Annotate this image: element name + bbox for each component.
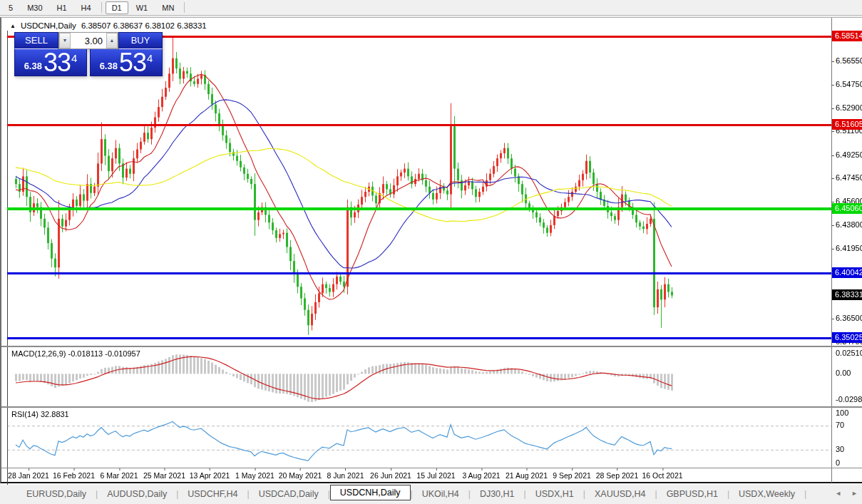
tab-usdcnh-daily[interactable]: USDCNH,Daily (330, 485, 411, 500)
date-axis-label: 28 Sep 2021 (596, 471, 639, 480)
date-axis-label: 28 Jan 2021 (8, 471, 49, 480)
tab-usdchf-h4[interactable]: USDCHF,H4 (178, 486, 247, 502)
tab-separator: | (804, 489, 806, 499)
tabs-scroll-right-icon[interactable]: ► (851, 490, 858, 497)
rsi-axis-100: 100 (836, 408, 848, 417)
panel-splitter[interactable] (1, 346, 862, 347)
date-tick (74, 468, 75, 470)
price-axis-tick: 6.41950 (836, 244, 862, 252)
date-axis-label: 16 Oct 2021 (642, 471, 682, 480)
tab-gbpusd-h1[interactable]: GBPUSD,H1 (657, 486, 727, 502)
tab-eurusd-daily[interactable]: EURUSD,Daily (17, 486, 96, 502)
tab-ukoil-h4[interactable]: UKOil,H4 (413, 486, 468, 502)
timeframe-button-d1[interactable]: D1 (106, 1, 128, 14)
axis-separator (831, 18, 832, 483)
toolbar-divider (184, 2, 185, 13)
macd-indicator-label: MACD(12,26,9) -0.018113 -0.010957 (11, 349, 140, 358)
sell-price-prefix: 6.38 (24, 61, 42, 71)
timeframe-button-w1[interactable]: W1 (130, 1, 155, 14)
resistance-line-2[interactable] (7, 124, 831, 126)
date-axis-label: 20 May 2021 (279, 471, 322, 480)
date-tick (481, 468, 482, 470)
date-axis-label: 9 Sep 2021 (553, 471, 591, 480)
pivot-line[interactable] (7, 207, 831, 210)
tab-dj30-h1[interactable]: DJ30,H1 (471, 486, 524, 502)
tab-audusd-daily[interactable]: AUDUSD,Daily (98, 486, 176, 502)
tab-usdcad-daily[interactable]: USDCAD,Daily (250, 486, 328, 502)
date-tick (617, 468, 618, 470)
date-tick (210, 468, 210, 470)
trading-terminal: 5M30H1H4D1W1MN ▲ USDCNH,Daily 6.38507 6.… (0, 0, 862, 504)
date-tick (346, 468, 347, 470)
timeframe-button-5[interactable]: 5 (2, 1, 19, 14)
timeframe-toolbar: 5M30H1H4D1W1MN (0, 0, 862, 16)
timeframe-button-h1[interactable]: H1 (51, 1, 73, 14)
support-line-1[interactable] (7, 272, 831, 274)
timeframe-button-mn[interactable]: MN (155, 1, 180, 14)
date-tick (119, 468, 120, 470)
date-tick (572, 468, 573, 470)
timeframe-button-h4[interactable]: H4 (75, 1, 98, 14)
price-level-badge: 6.45060 (832, 203, 862, 214)
price-chart-canvas[interactable] (7, 31, 831, 468)
chart-tab-bar: EURUSD,Daily|AUDUSD,Daily|USDCHF,H4|USDC… (0, 483, 862, 504)
tab-usdx-h1[interactable]: USDX,H1 (526, 486, 583, 502)
timeframe-button-m30[interactable]: M30 (21, 1, 48, 14)
chart-titlebar: ▲ USDCNH,Daily 6.38507 6.38637 6.38102 6… (10, 21, 207, 31)
price-axis-tick: 6.47450 (836, 173, 862, 182)
date-axis-label: 6 Mar 2021 (100, 471, 138, 480)
chart-symbol-title: USDCNH,Daily (21, 21, 76, 30)
rsi-axis-30: 30 (836, 445, 844, 453)
price-axis-tick: 6.54750 (836, 80, 862, 88)
volume-input[interactable] (71, 33, 106, 48)
macd-axis-zero: 0.00 (836, 369, 851, 377)
date-axis-label: 16 Feb 2021 (53, 471, 95, 480)
sell-price-box[interactable]: 6.38 33 4 (14, 49, 87, 76)
tabs-scroll-left-icon[interactable]: ◄ (835, 490, 841, 497)
date-axis-label: 8 Jun 2021 (327, 471, 364, 480)
buy-price-fraction: 4 (147, 52, 153, 64)
price-level-badge: 6.58514 (832, 31, 862, 41)
date-axis-label: 1 May 2021 (235, 471, 274, 480)
macd-axis-min: -0.029881 (836, 395, 862, 403)
buy-price-pips: 53 (119, 51, 146, 74)
date-tick (391, 468, 391, 470)
plot-left-edge (7, 31, 8, 485)
volume-increase-icon[interactable]: ▲ (106, 33, 118, 48)
volume-decrease-icon[interactable]: ▼ (59, 33, 71, 48)
buy-price-prefix: 6.38 (100, 61, 118, 71)
price-axis-tick: 6.49250 (836, 150, 862, 159)
panel-splitter[interactable] (1, 406, 862, 408)
date-tick (436, 468, 436, 470)
date-axis[interactable]: 28 Jan 202116 Feb 20216 Mar 202125 Mar 2… (1, 468, 831, 483)
price-level-badge: 6.35025 (832, 332, 862, 343)
toolbar-divider (101, 2, 102, 13)
sell-price-pips: 33 (43, 51, 71, 74)
date-axis-label: 13 Apr 2021 (190, 471, 230, 480)
date-axis-label: 25 Mar 2021 (143, 471, 185, 480)
tab-xauusd-h4[interactable]: XAUUSD,H4 (585, 486, 655, 502)
date-tick (29, 468, 29, 470)
support-line-2[interactable] (7, 337, 831, 339)
date-tick (255, 468, 256, 470)
date-tick (526, 468, 527, 470)
date-axis-label: 15 Jul 2021 (416, 471, 455, 480)
date-tick (300, 468, 301, 470)
volume-spinner: ▼ ▲ (58, 32, 118, 49)
price-axis-tick: 6.56550 (836, 56, 862, 65)
macd-axis-max: 0.025108 (836, 349, 862, 357)
current-price-badge: 6.38331 (832, 289, 862, 300)
collapse-chart-icon[interactable]: ▲ (10, 23, 16, 29)
sell-button[interactable]: SELL (14, 32, 58, 49)
price-axis-tick: 6.36500 (836, 314, 862, 322)
buy-button[interactable]: BUY (118, 32, 163, 49)
date-axis-label: 26 Jun 2021 (370, 471, 411, 480)
date-axis-label: 3 Aug 2021 (462, 471, 500, 480)
chart-ohlc-values: 6.38507 6.38637 6.38102 6.38331 (81, 21, 207, 30)
tab-usdx-weekly[interactable]: USDX,Weekly (729, 486, 804, 502)
buy-price-box[interactable]: 6.38 53 4 (90, 49, 163, 76)
price-axis-tick: 6.52900 (836, 103, 862, 112)
date-tick (165, 468, 165, 470)
sell-price-fraction: 4 (71, 52, 77, 64)
rsi-axis-70: 70 (836, 421, 844, 429)
